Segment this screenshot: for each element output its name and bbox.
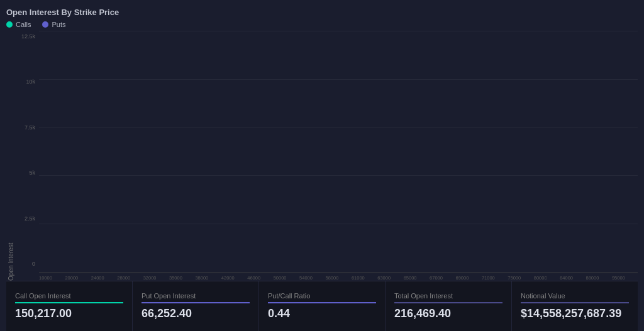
stat-ratio: Put/Call Ratio 0.44 [259, 281, 386, 331]
x-axis-label [52, 275, 65, 281]
x-axis-label [625, 275, 638, 281]
x-axis-label [208, 275, 221, 281]
x-axis-label [235, 275, 248, 281]
x-axis: 1000020000240002800032000350003800042000… [39, 273, 638, 281]
x-axis-label: 35000 [169, 275, 182, 281]
x-axis-label: 42000 [221, 275, 235, 281]
stat-total-oi: Total Open Interest 216,469.40 [386, 281, 512, 331]
y-axis-label: 0 [32, 261, 35, 267]
put-oi-value: 66,252.40 [142, 307, 250, 320]
x-axis-label: 32000 [143, 275, 157, 281]
chart-area: Open Interest 12.5k10k7.5k5k2.5k0 100002… [6, 31, 638, 281]
x-axis-label: 46000 [247, 275, 260, 281]
x-axis-label [443, 275, 456, 281]
legend: Calls Puts [6, 21, 638, 28]
x-axis-label: 95000 [612, 275, 625, 281]
y-axis-label: 5k [29, 170, 35, 176]
x-axis-label [104, 275, 118, 281]
x-axis-label: 67000 [430, 275, 443, 281]
bars-wrapper [39, 31, 638, 273]
ratio-label: Put/Call Ratio [268, 292, 376, 303]
stat-notional: Notional Value $14,558,257,687.39 [512, 281, 638, 331]
x-axis-label [313, 275, 326, 281]
puts-dot [42, 21, 48, 28]
x-axis-label [547, 275, 560, 281]
x-axis-label [469, 275, 482, 281]
x-axis-label: 58000 [325, 275, 338, 281]
x-axis-label [599, 275, 612, 281]
puts-label: Puts [52, 21, 65, 28]
x-axis-label: 65000 [404, 275, 417, 281]
x-axis-label [156, 275, 169, 281]
x-axis-label [416, 275, 430, 281]
y-axis-label: 7.5k [25, 124, 35, 131]
calls-dot [6, 21, 13, 28]
notional-label: Notional Value [521, 292, 629, 303]
x-axis-label: 20000 [65, 275, 78, 281]
legend-puts: Puts [42, 21, 65, 28]
main-container: Open Interest By Strike Price Calls Puts… [0, 0, 644, 331]
notional-value: $14,558,257,687.39 [521, 307, 629, 320]
calls-label: Calls [16, 21, 31, 28]
y-axis-title: Open Interest [6, 31, 15, 281]
x-axis-label [573, 275, 586, 281]
x-axis-label [521, 275, 534, 281]
x-axis-label: 10000 [39, 275, 52, 281]
x-axis-label: 61000 [352, 275, 365, 281]
x-axis-label [495, 275, 508, 281]
call-oi-label: Call Open Interest [15, 292, 123, 303]
x-axis-label [365, 275, 378, 281]
x-axis-label [78, 275, 91, 281]
x-axis-label [130, 275, 143, 281]
x-axis-label [182, 275, 196, 281]
x-axis-label: 75000 [508, 275, 521, 281]
x-axis-label [286, 275, 299, 281]
put-oi-label: Put Open Interest [142, 292, 250, 303]
x-axis-label: 50000 [274, 275, 287, 281]
ratio-value: 0.44 [268, 307, 376, 320]
x-axis-label [338, 275, 352, 281]
y-axis-label: 2.5k [25, 215, 35, 222]
x-axis-label: 84000 [560, 275, 573, 281]
x-axis-label: 69000 [456, 275, 469, 281]
x-axis-label: 54000 [299, 275, 313, 281]
x-axis-label [260, 275, 274, 281]
x-axis-label: 24000 [91, 275, 104, 281]
bars-area [39, 31, 638, 273]
stat-call-oi: Call Open Interest 150,217.00 [6, 281, 133, 331]
call-oi-value: 150,217.00 [15, 307, 123, 320]
x-axis-label: 71000 [482, 275, 495, 281]
y-axis: 12.5k10k7.5k5k2.5k0 [15, 31, 39, 281]
stats-bar: Call Open Interest 150,217.00 Put Open I… [6, 281, 638, 331]
total-oi-label: Total Open Interest [394, 292, 502, 303]
chart-inner: 1000020000240002800032000350003800042000… [39, 31, 638, 281]
x-axis-label: 88000 [586, 275, 599, 281]
chart-title: Open Interest By Strike Price [6, 8, 638, 17]
x-axis-label: 80000 [534, 275, 547, 281]
y-axis-label: 10k [26, 79, 35, 85]
stat-put-oi: Put Open Interest 66,252.40 [133, 281, 259, 331]
x-axis-label: 63000 [377, 275, 391, 281]
x-axis-label [391, 275, 404, 281]
x-axis-label: 38000 [195, 275, 208, 281]
x-axis-label: 28000 [117, 275, 130, 281]
legend-calls: Calls [6, 21, 31, 28]
y-axis-label: 12.5k [21, 33, 35, 40]
total-oi-value: 216,469.40 [394, 307, 502, 320]
